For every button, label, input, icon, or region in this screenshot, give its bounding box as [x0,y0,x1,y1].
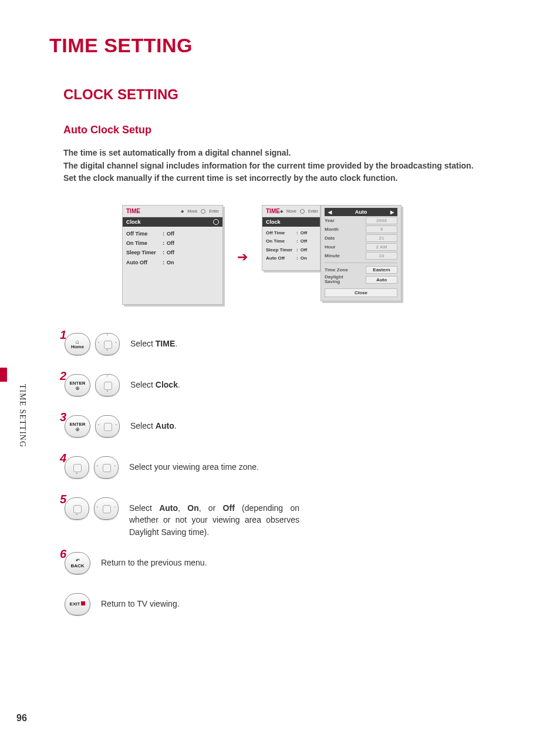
enter-dot-icon [201,209,205,214]
menu-item-on-time[interactable]: On Time:Off [266,237,316,245]
field-hour[interactable]: Hour2 AM [325,243,397,251]
field-year[interactable]: Year2008 [325,216,397,225]
step-1: 1 ⌂ Home ˄ ˅ ˂ ˃ Select TIME. [60,333,525,360]
time-menu-panel-detail: TIME ◆ Move Enter Clock Off Time:Off [262,205,321,271]
radio-icon [213,219,219,225]
menu-selected-clock[interactable]: Clock [123,217,222,227]
step-4: 4 ˅ ˂ ˃ Select your viewing area time zo… [60,456,525,483]
remote-dpad[interactable]: ˂ ˃ [94,456,119,479]
arrow-right-icon: ➔ [237,205,248,265]
time-menu-panel: TIME ◆ Move Enter Clock Off Time:Off On … [122,205,223,305]
chevron-left-icon: ˂ [97,342,100,346]
chevron-right-icon: ˃ [115,342,117,346]
chevron-left-icon: ˂ [96,506,99,511]
menu-item-auto-off[interactable]: Auto Off:On [266,254,316,263]
remote-home-button[interactable]: ⌂ Home [65,333,90,355]
step-text: Select Clock. [130,374,180,391]
step-text: Return to TV viewing. [101,593,180,610]
chevron-down-icon: ˅ [106,391,109,395]
enter-dot-icon [300,209,305,214]
field-date[interactable]: Date21 [325,234,397,243]
panel-title: TIME [266,208,280,214]
field-minute[interactable]: Minute10 [325,251,397,260]
close-button[interactable]: Close [325,288,397,297]
panel-hint: ◆ Move Enter [280,209,318,214]
enter-dot-icon: ◎ [76,386,79,391]
subsection-heading: Auto Clock Setup [63,124,525,136]
remote-dpad[interactable]: ˅ [65,456,89,479]
menu-item-off-time[interactable]: Off Time:Off [126,229,219,238]
intro-line: The digital channel signal includes info… [63,160,525,173]
chevron-up-icon: ˄ [106,334,109,339]
chevron-left-icon: ˂ [96,465,99,470]
step-number: 6 [60,547,66,561]
page-title: TIME SETTING [49,34,525,57]
remote-dpad[interactable]: ˄ ˅ ˂ ˃ [95,333,120,355]
chevron-right-icon: ˃ [114,465,116,470]
step-number: 1 [60,328,66,342]
chevron-right-icon: ˃ [114,506,116,511]
step-text: Select TIME. [130,333,177,349]
remote-dpad[interactable]: ˄ ˅ [95,374,120,396]
back-arrow-icon: ↶ [76,558,80,563]
manual-page: TIME SETTING CLOCK SETTING Auto Clock Se… [0,0,560,747]
chevron-left-icon: ˂ [97,424,100,429]
step-text: Select your viewing area time zone. [129,456,259,473]
intro-line: Set the clock manually if the current ti… [63,172,525,185]
step-number: 2 [60,369,66,383]
instruction-steps: 1 ⌂ Home ˄ ˅ ˂ ˃ Select TIME. 2 [60,333,525,620]
field-timezone[interactable]: Time ZoneEastern [325,265,397,274]
step-2: 2 ENTER ◎ ˄ ˅ Select Clock. [60,374,525,401]
step-exit: EXIT Return to TV viewing. [60,593,525,620]
chevron-down-icon: ˅ [76,473,78,477]
remote-enter-button[interactable]: ENTER ◎ [65,415,90,438]
remote-dpad[interactable]: ˂ ˃ [95,415,120,438]
clock-mode-auto[interactable]: ◀ Auto ▶ [325,208,397,216]
step-6: 6 ↶ BACK Return to the previous menu. [60,552,525,579]
step-text: Select Auto, On, or Off (depending on wh… [129,497,299,538]
dpad-icon: ◆ [280,209,283,214]
field-daylight-saving[interactable]: Daylight SavingAuto [325,274,397,285]
remote-enter-button[interactable]: ENTER ◎ [65,374,90,396]
step-text: Return to the previous menu. [101,552,207,568]
remote-dpad[interactable]: ˅ [65,497,89,520]
step-number: 3 [60,410,66,424]
step-3: 3 ENTER ◎ ˂ ˃ Select Auto. [60,415,525,442]
step-5: 5 ˅ ˂ ˃ Select Auto, On, or Off (dependi… [60,497,525,538]
menu-item-sleep-timer[interactable]: Sleep Timer:Off [266,246,316,254]
menu-item-on-time[interactable]: On Time:Off [126,238,219,248]
chevron-down-icon: ˅ [76,514,78,519]
field-month[interactable]: Month3 [325,225,397,234]
enter-dot-icon: ◎ [76,427,79,432]
chevron-left-icon: ◀ [328,210,332,215]
ui-illustration-row: TIME ◆ Move Enter Clock Off Time:Off On … [122,205,525,305]
side-section-label: TIME SETTING [18,384,27,447]
menu-item-sleep-timer[interactable]: Sleep Timer:Off [126,248,219,257]
page-number: 96 [16,713,27,724]
remote-exit-button[interactable]: EXIT [65,593,90,615]
remote-dpad[interactable]: ˂ ˃ [94,497,119,520]
clock-detail-panel: ◀ Auto ▶ Year2008 Month3 Date21 Hour2 AM… [321,205,402,301]
panel-hint: ◆ Move Enter [181,209,219,214]
intro-line: The time is set automatically from a dig… [63,147,525,160]
menu-selected-clock[interactable]: Clock [262,217,320,227]
dpad-icon: ◆ [181,209,184,214]
remote-back-button[interactable]: ↶ BACK [65,552,90,574]
chevron-up-icon: ˄ [106,375,109,380]
section-heading: CLOCK SETTING [63,86,525,103]
menu-item-off-time[interactable]: Off Time:Off [266,229,316,237]
chevron-right-icon: ▶ [390,210,394,215]
panel-title: TIME [126,208,140,214]
home-icon: ⌂ [76,339,79,344]
menu-item-auto-off[interactable]: Auto Off:On [126,258,219,267]
exit-square-icon [81,601,85,605]
chevron-down-icon: ˅ [106,349,109,354]
intro-text: The time is set automatically from a dig… [63,147,525,185]
accent-bar [0,368,7,382]
chevron-right-icon: ˃ [115,424,117,429]
step-text: Select Auto. [130,415,177,432]
